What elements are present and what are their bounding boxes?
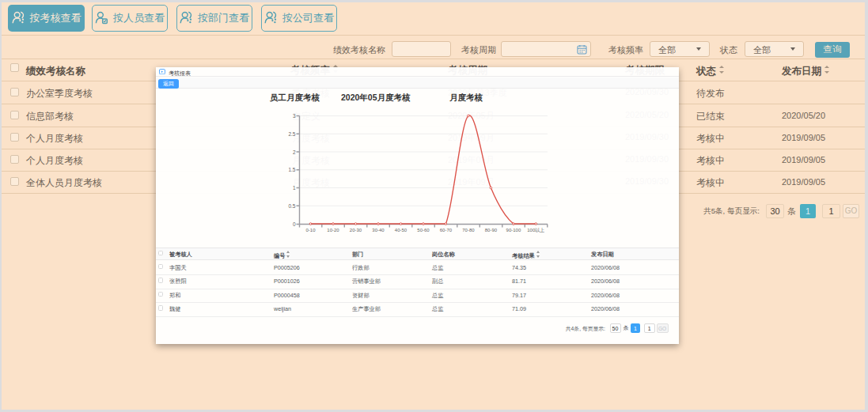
svg-text:90-100: 90-100	[506, 228, 521, 232]
svg-text:80-90: 80-90	[485, 228, 498, 232]
svg-text:100以上: 100以上	[527, 228, 544, 232]
svg-text:10-20: 10-20	[327, 228, 339, 232]
svg-text:2: 2	[293, 149, 296, 155]
svg-text:1.5: 1.5	[288, 167, 295, 172]
svg-text:60-70: 60-70	[440, 228, 453, 232]
svg-text:0-10: 0-10	[305, 228, 316, 232]
svg-text:70-80: 70-80	[462, 228, 475, 232]
svg-text:1: 1	[293, 185, 296, 191]
svg-text:50-60: 50-60	[417, 228, 430, 232]
svg-text:30-40: 30-40	[372, 228, 385, 232]
svg-text:0.5: 0.5	[288, 203, 295, 209]
svg-text:40-50: 40-50	[395, 228, 407, 232]
svg-text:20-30: 20-30	[350, 228, 362, 232]
svg-text:3: 3	[293, 113, 296, 119]
svg-text:0: 0	[293, 221, 296, 227]
svg-text:2.5: 2.5	[288, 131, 295, 137]
